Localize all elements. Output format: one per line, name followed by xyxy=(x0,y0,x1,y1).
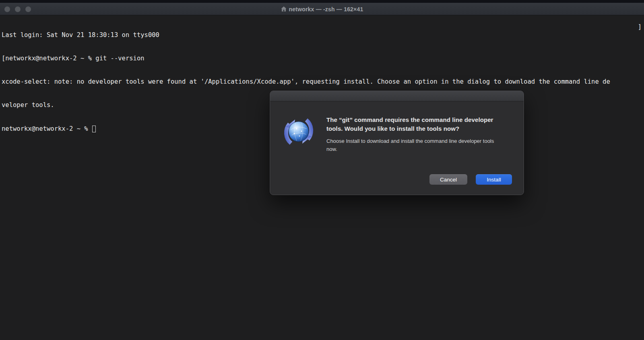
dialog-titlebar[interactable] xyxy=(270,91,524,101)
dialog-content: The “git” command requires the command l… xyxy=(281,113,504,153)
dialog-text: The “git” command requires the command l… xyxy=(326,113,504,153)
terminal-cursor xyxy=(92,126,96,132)
dialog-body-text: Choose Install to download and install t… xyxy=(326,137,504,153)
cancel-button[interactable]: Cancel xyxy=(429,174,467,185)
window-title: networkx — -zsh — 162×41 xyxy=(289,6,363,12)
terminal-line: [networkx@networkx-2 ~ % git --version xyxy=(2,55,644,62)
screen-top-edge xyxy=(0,0,644,3)
install-button[interactable]: Install xyxy=(476,174,512,185)
developer-tools-dialog: The “git” command requires the command l… xyxy=(270,91,524,195)
home-folder-icon xyxy=(281,6,287,12)
window-title-area: networkx — -zsh — 162×41 xyxy=(0,3,644,15)
software-update-icon xyxy=(281,113,317,150)
terminal-line: Last login: Sat Nov 21 18:30:13 on ttys0… xyxy=(2,31,644,39)
terminal-line: xcode-select: note: no developer tools w… xyxy=(2,78,644,86)
command-mark-bracket: ] xyxy=(638,23,642,31)
dialog-buttons: Cancel Install xyxy=(429,174,512,185)
terminal-prompt: networkx@networkx-2 ~ % xyxy=(2,125,92,133)
dialog-headline: The “git” command requires the command l… xyxy=(326,115,504,133)
terminal-titlebar[interactable]: networkx — -zsh — 162×41 xyxy=(0,3,644,15)
